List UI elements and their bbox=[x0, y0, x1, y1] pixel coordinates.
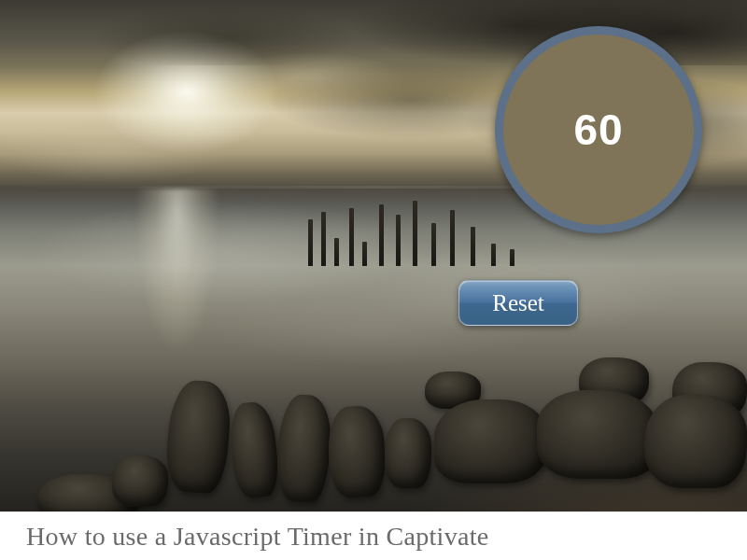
beach-sand bbox=[355, 399, 747, 511]
slide-stage: 60 Reset bbox=[0, 0, 747, 511]
caption-text: How to use a Javascript Timer in Captiva… bbox=[26, 522, 489, 552]
reset-button-label: Reset bbox=[492, 290, 544, 316]
reset-button[interactable]: Reset bbox=[458, 280, 578, 326]
caption-bar: How to use a Javascript Timer in Captiva… bbox=[0, 511, 747, 560]
jetty-pilings bbox=[308, 182, 532, 266]
timer-circle: 60 bbox=[495, 26, 702, 233]
timer-value: 60 bbox=[573, 105, 623, 155]
